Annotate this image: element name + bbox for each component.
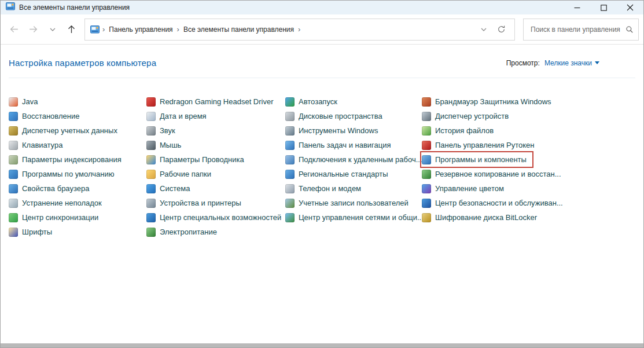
internet-options-icon bbox=[9, 184, 18, 193]
item-label: Центр управления сетями и общи... bbox=[299, 213, 424, 222]
item-label: Инструменты Windows bbox=[299, 126, 378, 135]
control-panel-item[interactable]: Центр безопасности и обслуживан... bbox=[422, 196, 635, 210]
windows-tools-icon bbox=[285, 126, 295, 135]
item-label: Шрифты bbox=[22, 228, 52, 236]
recovery-icon bbox=[9, 112, 18, 121]
item-label: Система bbox=[160, 184, 190, 193]
programs-features-icon bbox=[422, 155, 431, 164]
control-panel-item[interactable]: Подключения к удаленным рабоч... bbox=[285, 152, 422, 167]
control-panel-item[interactable]: Центр синхронизации bbox=[9, 210, 146, 225]
back-button[interactable] bbox=[5, 20, 23, 38]
item-label: Мышь bbox=[160, 141, 181, 149]
control-panel-item[interactable]: Java bbox=[9, 94, 146, 109]
item-label: Программы по умолчанию bbox=[22, 170, 114, 178]
control-panel-item[interactable]: Redragon Gaming Headset Driver bbox=[146, 94, 285, 109]
control-panel-item[interactable]: Диспетчер учетных данных bbox=[9, 123, 146, 138]
control-panel-icon bbox=[90, 25, 100, 34]
item-label: Устранение неполадок bbox=[22, 199, 102, 207]
control-panel-item[interactable]: Устройства и принтеры bbox=[146, 196, 285, 210]
mouse-icon bbox=[146, 141, 156, 150]
control-panel-item[interactable]: Управление цветом bbox=[422, 181, 635, 196]
up-button[interactable] bbox=[62, 20, 80, 38]
item-label: Центр безопасности и обслуживан... bbox=[435, 199, 563, 207]
control-panel-item[interactable]: Брандмауэр Защитника Windows bbox=[422, 94, 635, 109]
search-input[interactable] bbox=[529, 25, 625, 34]
address-bar[interactable]: › Панель управления › Все элементы панел… bbox=[84, 19, 515, 41]
control-panel-item[interactable]: Шрифты bbox=[9, 225, 146, 239]
network-sharing-center-icon bbox=[285, 213, 295, 222]
control-panel-item[interactable]: Диспетчер устройств bbox=[422, 109, 635, 123]
address-dropdown-chevron-icon[interactable] bbox=[475, 21, 492, 38]
item-label: Диспетчер учетных данных bbox=[22, 126, 117, 135]
file-history-icon bbox=[422, 126, 431, 135]
breadcrumb-control-panel[interactable]: Панель управления bbox=[108, 25, 174, 34]
work-folders-icon bbox=[146, 170, 156, 179]
control-panel-item[interactable]: Свойства браузера bbox=[9, 181, 146, 196]
control-panel-window: Все элементы панели управления bbox=[0, 0, 644, 348]
search-icon[interactable] bbox=[625, 25, 634, 34]
item-label: Клавиатура bbox=[22, 141, 62, 149]
control-panel-item[interactable]: Программы и компоненты bbox=[421, 152, 532, 167]
view-options: Просмотр: Мелкие значки bbox=[506, 59, 599, 67]
item-label: Redragon Gaming Headset Driver bbox=[160, 97, 274, 106]
fonts-icon bbox=[9, 228, 18, 237]
maximize-button[interactable] bbox=[590, 1, 617, 14]
control-panel-item[interactable]: Панель управления Рутокен bbox=[422, 138, 635, 152]
item-label: Учетные записи пользователей bbox=[299, 199, 409, 207]
control-panel-item[interactable]: Центр специальных возможностей bbox=[146, 210, 285, 225]
control-panel-item[interactable]: Параметры индексирования bbox=[9, 152, 146, 167]
color-management-icon bbox=[422, 184, 431, 193]
defender-firewall-icon bbox=[422, 97, 431, 107]
control-panel-item[interactable]: Дата и время bbox=[146, 109, 285, 123]
item-label: Java bbox=[22, 97, 38, 106]
item-label: Региональные стандарты bbox=[299, 170, 388, 178]
control-panel-item[interactable]: Учетные записи пользователей bbox=[285, 196, 422, 210]
breadcrumb-chevron-icon: › bbox=[174, 25, 182, 34]
default-programs-icon bbox=[9, 170, 18, 179]
minimize-button[interactable] bbox=[564, 1, 590, 14]
control-panel-item[interactable]: Восстановление bbox=[9, 109, 146, 123]
close-button[interactable] bbox=[617, 1, 643, 14]
item-label: Параметры индексирования bbox=[22, 155, 122, 164]
control-panel-item[interactable]: Рабочие папки bbox=[146, 167, 285, 181]
forward-button[interactable] bbox=[24, 20, 42, 38]
remote-desktop-icon bbox=[285, 155, 295, 164]
control-panel-item[interactable]: Параметры Проводника bbox=[146, 152, 285, 167]
item-label: Дата и время bbox=[160, 112, 207, 120]
control-panel-item[interactable]: Центр управления сетями и общи... bbox=[285, 210, 422, 225]
window-title: Все элементы панели управления bbox=[19, 3, 560, 12]
control-panel-item[interactable]: Система bbox=[146, 181, 285, 196]
item-label: Свойства браузера bbox=[22, 184, 89, 193]
control-panel-item[interactable]: Устранение неполадок bbox=[9, 196, 146, 210]
recent-locations-chevron-icon[interactable] bbox=[43, 20, 61, 38]
control-panel-item[interactable]: Панель задач и навигация bbox=[285, 138, 422, 152]
date-time-icon bbox=[146, 112, 156, 121]
search-box[interactable] bbox=[523, 19, 639, 41]
breadcrumb-chevron-icon: › bbox=[295, 25, 303, 34]
control-panel-item[interactable]: Программы по умолчанию bbox=[9, 167, 146, 181]
control-panel-item[interactable]: История файлов bbox=[422, 123, 635, 138]
breadcrumb-all-items[interactable]: Все элементы панели управления bbox=[182, 25, 295, 34]
control-panel-item[interactable]: Резервное копирование и восстан... bbox=[422, 167, 635, 181]
control-panel-item[interactable]: Региональные стандарты bbox=[285, 167, 422, 181]
control-panel-item[interactable]: Мышь bbox=[146, 138, 285, 152]
item-label: Электропитание bbox=[160, 228, 217, 236]
items-column: Брандмауэр Защитника WindowsДиспетчер ус… bbox=[422, 94, 635, 239]
control-panel-item[interactable]: Звук bbox=[146, 123, 285, 138]
window-controls bbox=[564, 1, 643, 14]
control-panel-item[interactable]: Клавиатура bbox=[9, 138, 146, 152]
refresh-icon[interactable] bbox=[492, 21, 510, 38]
control-panel-item[interactable]: Инструменты Windows bbox=[285, 123, 422, 138]
redragon-icon bbox=[146, 97, 156, 107]
items-column: JavaВосстановлениеДиспетчер учетных данн… bbox=[9, 94, 146, 239]
control-panel-item[interactable]: Дисковые пространства bbox=[285, 109, 422, 123]
bitlocker-icon bbox=[422, 213, 431, 222]
item-label: Телефон и модем bbox=[299, 184, 361, 193]
control-panel-item[interactable]: Телефон и модем bbox=[285, 181, 422, 196]
control-panel-item[interactable]: Автозапуск bbox=[285, 94, 422, 109]
view-dropdown[interactable]: Мелкие значки bbox=[544, 59, 599, 67]
control-panel-item[interactable]: Электропитание bbox=[146, 225, 285, 239]
item-label: Параметры Проводника bbox=[160, 155, 244, 164]
control-panel-item[interactable]: Шифрование диска BitLocker bbox=[422, 210, 635, 225]
system-icon bbox=[146, 184, 156, 193]
